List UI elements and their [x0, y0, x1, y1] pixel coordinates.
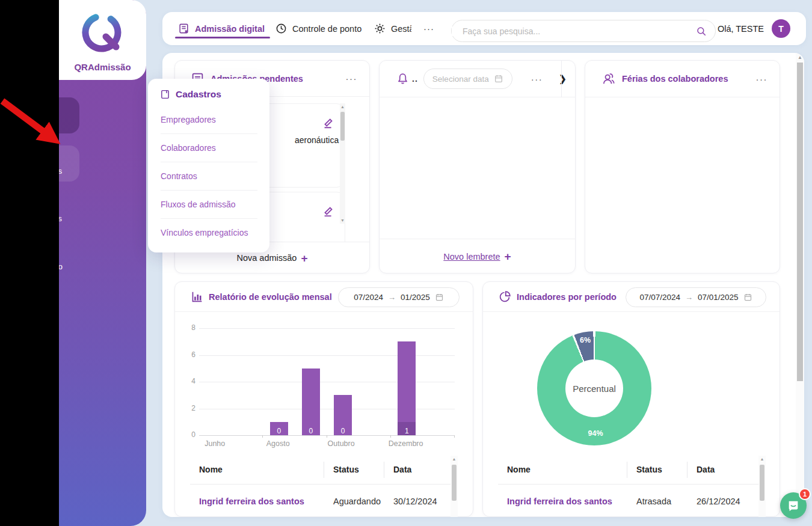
flyout-item-fluxos-de-admissao[interactable]: Fluxos de admissão: [148, 191, 269, 218]
select-date-placeholder: Selecionar data: [432, 75, 489, 84]
search-input[interactable]: [452, 26, 696, 36]
flyout-item-vinculos-empregaticios[interactable]: Vínculos empregatícios: [148, 219, 269, 246]
range-arrow-icon: →: [388, 293, 396, 302]
row-nome-link[interactable]: Ingrid ferreira dos santos: [507, 497, 612, 506]
bar-junho: [199, 328, 231, 435]
header-divider: [561, 61, 562, 97]
donut-slice-label-6: 6%: [580, 336, 591, 344]
new-reminder-label: Novo lembrete: [443, 252, 500, 261]
tab-label: Admissão digital: [195, 24, 265, 34]
col-header-status: Status: [333, 465, 359, 474]
bar-chart-icon: [191, 290, 203, 303]
indicators-date-range-picker[interactable]: 07/07/2024 → 07/01/2025: [626, 287, 766, 307]
tabs-overflow-button[interactable]: ···: [423, 12, 434, 45]
date-from: 07/07/2024: [639, 293, 680, 302]
logo-panel: QRAdmissão: [59, 0, 146, 80]
card-title: Relatório de evolução mensal: [209, 292, 332, 302]
select-date-input[interactable]: Selecionar data: [423, 69, 512, 89]
monthly-table-scrollbar[interactable]: ▲: [451, 456, 458, 517]
scrollbar-thumb[interactable]: [797, 63, 803, 381]
tab-controle-de-ponto[interactable]: Controle de ponto: [275, 12, 361, 45]
calendar-icon: [494, 74, 503, 84]
plus-icon: +: [505, 251, 511, 262]
notification-badge: 1: [799, 488, 811, 500]
gear-icon: [374, 23, 386, 34]
tab-label: Gestão: [391, 24, 411, 34]
chat-bubble-icon: [787, 499, 800, 512]
card-ferias-colaboradores: Férias dos colaboradores ···: [585, 60, 780, 274]
edit-pencil-icon[interactable]: [322, 116, 335, 132]
col-header-nome: Nome: [199, 465, 223, 474]
row-nome-link[interactable]: Ingrid ferreira dos santos: [199, 497, 304, 506]
col-header-nome: Nome: [507, 465, 531, 474]
col-header-data: Data: [697, 465, 715, 474]
bar-janeiro: [423, 328, 455, 435]
page-scrollbar[interactable]: ▲: [796, 53, 804, 517]
card-title: Férias dos colaboradores: [622, 74, 728, 84]
active-tab-underline: [175, 37, 270, 38]
card-menu-button[interactable]: ···: [756, 74, 768, 84]
calendar-icon: [435, 293, 444, 302]
row-status: Atrasada: [636, 497, 671, 506]
chat-launcher-button[interactable]: 1: [780, 492, 807, 519]
bar-julho: [231, 328, 263, 435]
col-header-status: Status: [636, 465, 662, 474]
tab-admissao-digital[interactable]: Admissão digital: [178, 12, 265, 45]
chevron-right-icon[interactable]: ❯: [559, 73, 567, 84]
flyout-item-empregadores[interactable]: Empregadores: [148, 106, 269, 133]
flyout-item-colaboradores[interactable]: Colaboradores: [148, 134, 269, 162]
tab-label: Controle de ponto: [292, 24, 361, 34]
table-header-row: Nome Status Data: [190, 454, 451, 485]
table-header-row: Nome Status Data: [498, 454, 758, 485]
search-bar[interactable]: [451, 20, 716, 42]
pending-list-scrollbar[interactable]: ▲ ▼: [340, 103, 345, 224]
scrollbar-up-arrow[interactable]: ▲: [796, 55, 804, 60]
indicators-table-scrollbar[interactable]: ▲: [758, 456, 766, 517]
bar-outubro: 0: [327, 328, 359, 435]
card-title-truncated: ..: [412, 74, 418, 84]
qradmissao-logo-icon: [80, 8, 126, 54]
bar-novembro: [359, 328, 391, 435]
clock-icon: [275, 23, 287, 34]
bar-setembro: 0: [295, 328, 327, 435]
pending-item-text: aeronáutica: [295, 135, 339, 145]
date-to: 07/01/2025: [698, 293, 739, 302]
donut-chart: 6% Percentual 94%: [537, 331, 651, 445]
card-title: Indicadores por período: [517, 292, 617, 302]
avatar[interactable]: T: [772, 19, 790, 38]
row-status: Aguardando: [333, 497, 381, 506]
bar-dezembro: 1: [391, 328, 423, 435]
card-menu-button[interactable]: ···: [346, 73, 358, 84]
flyout-title: Cadastros: [176, 89, 221, 100]
monthly-date-range-picker[interactable]: 07/2024 → 01/2025: [338, 287, 460, 307]
bar-chart-x-axis: JunhoAgostoOutubroDezembro: [199, 439, 455, 448]
tab-gestao[interactable]: Gestão: [374, 12, 411, 45]
black-overlay-strip: [0, 0, 59, 526]
col-header-data: Data: [393, 465, 411, 474]
card-indicadores-periodo: Indicadores por período 07/07/2024 → 07/…: [482, 281, 780, 517]
plus-icon: +: [301, 252, 307, 264]
brand-name: QRAdmissão: [59, 62, 146, 72]
donut-slice-label-94: 94%: [588, 429, 603, 438]
user-greeting: Olá, TESTE: [718, 24, 764, 34]
new-admission-label: Nova admissão: [236, 253, 297, 263]
new-reminder-button[interactable]: Novo lembrete +: [380, 239, 575, 274]
people-icon: [602, 73, 615, 85]
card-relatorio-evolucao-mensal: Relatório de evolução mensal 07/2024 → 0…: [174, 281, 473, 517]
bell-icon: [396, 72, 409, 85]
edit-pencil-icon[interactable]: [322, 204, 335, 220]
table-row[interactable]: Ingrid ferreira dos santos Atrasada 26/1…: [498, 485, 758, 517]
top-navigation-bar: Admissão digital Controle de ponto Gestã…: [162, 12, 806, 45]
range-arrow-icon: →: [685, 293, 693, 302]
card-lembretes: .. Selecionar data ··· ❯ Novo lembrete +: [379, 60, 576, 274]
bar-agosto: 0: [263, 328, 295, 435]
table-row[interactable]: Ingrid ferreira dos santos Aguardando 30…: [190, 485, 451, 517]
flyout-item-contratos[interactable]: Contratos: [148, 162, 269, 190]
bar-chart-y-axis: 86420: [182, 328, 195, 435]
search-icon[interactable]: [696, 26, 707, 37]
bar-chart-plot: 0001: [199, 328, 455, 435]
date-from: 07/2024: [354, 293, 383, 302]
cadastros-flyout-menu: Cadastros Empregadores Colaboradores Con…: [148, 79, 269, 252]
card-menu-button[interactable]: ···: [531, 74, 543, 84]
pie-chart-icon: [499, 290, 511, 303]
